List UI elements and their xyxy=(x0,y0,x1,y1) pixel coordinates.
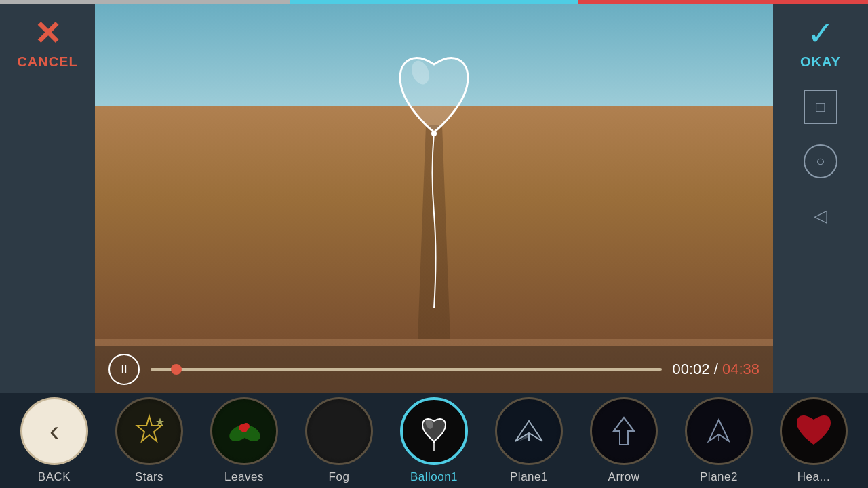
effects-strip: ‹ BACK Stars Leaves xyxy=(0,393,868,488)
back-button-circle[interactable]: ‹ xyxy=(20,397,88,465)
cancel-button[interactable]: ✕ CANCEL xyxy=(17,18,77,70)
effect-label-arrow: Arrow xyxy=(608,470,640,484)
svg-point-11 xyxy=(433,441,435,443)
effect-circle-fog[interactable] xyxy=(305,397,373,465)
effect-item-leaves[interactable]: Leaves xyxy=(197,397,292,484)
effect-item-plane2[interactable]: Plane2 xyxy=(671,397,766,484)
effect-label-stars: Stars xyxy=(135,470,163,484)
right-panel: ✓ OKAY □ ○ ◁ xyxy=(773,4,868,393)
svg-marker-2 xyxy=(137,416,161,441)
effect-label-heart: Hea... xyxy=(797,470,830,484)
triangle-icon: ◁ xyxy=(814,205,827,226)
effect-circle-balloon1[interactable] xyxy=(400,397,468,465)
effect-circle-stars[interactable] xyxy=(115,397,183,465)
effect-circle-plane2[interactable] xyxy=(685,397,753,465)
effect-item-stars[interactable]: Stars xyxy=(102,397,197,484)
shape-square-button[interactable]: □ xyxy=(804,90,837,124)
okay-button[interactable]: ✓ OKAY xyxy=(800,18,841,70)
svg-line-16 xyxy=(614,418,624,431)
video-background xyxy=(95,4,773,393)
shape-circle-button[interactable]: ○ xyxy=(804,144,837,178)
play-pause-button[interactable]: ⏸ xyxy=(108,354,140,385)
effect-item-plane1[interactable]: Plane1 xyxy=(481,397,576,484)
time-separator: / xyxy=(710,361,722,378)
circle-icon: ○ xyxy=(816,152,825,170)
okay-label: OKAY xyxy=(800,54,841,70)
cancel-x-icon: ✕ xyxy=(34,18,61,50)
seek-knob[interactable] xyxy=(171,364,182,375)
effect-item-back[interactable]: ‹ BACK xyxy=(7,397,102,484)
svg-point-8 xyxy=(241,426,248,432)
effect-circle-plane1[interactable] xyxy=(495,397,563,465)
effect-label-fog: Fog xyxy=(329,470,350,484)
time-current: 00:02 xyxy=(673,361,710,378)
left-panel: ✕ CANCEL xyxy=(0,4,95,393)
okay-check-icon: ✓ xyxy=(807,18,834,50)
effect-label-back: BACK xyxy=(38,470,71,484)
effect-circle-heart[interactable] xyxy=(780,397,848,465)
effect-label-leaves: Leaves xyxy=(224,470,264,484)
svg-marker-3 xyxy=(156,418,164,426)
video-area: ⏸ 00:02 / 04:38 xyxy=(95,4,773,393)
square-icon: □ xyxy=(816,98,825,116)
effect-circle-arrow[interactable] xyxy=(590,397,658,465)
effect-label-plane2: Plane2 xyxy=(700,470,738,484)
svg-line-17 xyxy=(624,418,634,431)
effect-item-fog[interactable]: Fog xyxy=(292,397,387,484)
pause-icon: ⏸ xyxy=(118,363,130,377)
effect-label-balloon1: Balloon1 xyxy=(410,470,458,484)
shape-triangle-button[interactable]: ◁ xyxy=(804,199,837,232)
effect-item-arrow[interactable]: Arrow xyxy=(576,397,671,484)
effect-label-plane1: Plane1 xyxy=(510,470,548,484)
effect-item-balloon1[interactable]: Balloon1 xyxy=(387,397,481,484)
arrow-left-icon: ‹ xyxy=(50,415,59,447)
cancel-label: CANCEL xyxy=(17,54,77,70)
seek-bar[interactable] xyxy=(151,368,662,371)
time-display: 00:02 / 04:38 xyxy=(673,361,760,378)
svg-marker-15 xyxy=(614,418,634,445)
video-controls: ⏸ 00:02 / 04:38 xyxy=(95,346,773,393)
effect-circle-leaves[interactable] xyxy=(210,397,278,465)
time-total: 04:38 xyxy=(722,361,760,378)
effect-item-heart[interactable]: Hea... xyxy=(766,397,861,484)
